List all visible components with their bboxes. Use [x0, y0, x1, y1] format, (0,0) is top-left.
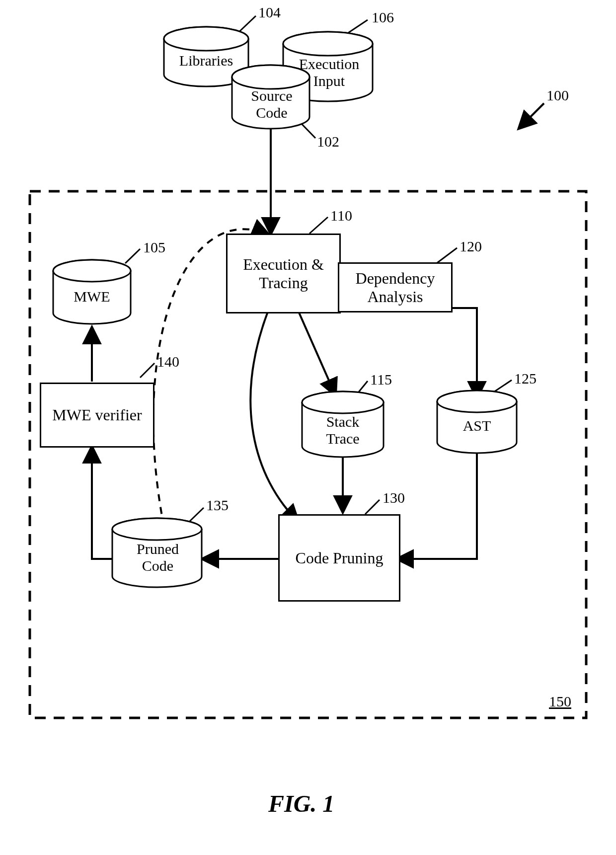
- ref-ast: 125: [514, 370, 537, 387]
- label-dependency: Dependency Analysis: [339, 269, 451, 306]
- ref-system: 100: [546, 87, 569, 104]
- ref-libraries: 104: [258, 4, 281, 21]
- label-libraries: Libraries: [176, 52, 236, 69]
- label-ast: AST: [457, 417, 497, 434]
- label-stack: Stack Trace: [318, 413, 368, 447]
- ref-mwe: 105: [143, 239, 165, 256]
- svg-line-10: [140, 363, 154, 378]
- ref-pruned: 135: [206, 497, 229, 514]
- ref-dep: 120: [460, 238, 482, 255]
- label-exec-input: Execution Input: [293, 56, 365, 89]
- label-source: Source Code: [247, 87, 297, 121]
- svg-line-4: [309, 217, 328, 233]
- svg-point-15: [283, 32, 373, 56]
- ref-container: 150: [549, 693, 571, 710]
- box-exec-tracing: Execution & Tracing: [226, 233, 341, 313]
- ref-source: 102: [317, 133, 339, 150]
- svg-line-8: [365, 500, 380, 514]
- svg-point-23: [437, 390, 517, 412]
- svg-point-19: [53, 260, 131, 282]
- svg-line-9: [189, 508, 204, 522]
- ref-prune: 130: [383, 489, 405, 506]
- svg-line-11: [125, 249, 140, 263]
- ref-verifier: 140: [157, 353, 179, 370]
- label-verifier: MWE verifier: [52, 406, 142, 424]
- ref-exec-trace: 110: [330, 207, 352, 224]
- svg-line-5: [437, 248, 457, 263]
- ref-exec-input: 106: [372, 9, 394, 26]
- svg-point-13: [164, 27, 248, 51]
- svg-point-21: [302, 391, 384, 413]
- figure-caption: FIG. 1: [268, 790, 334, 817]
- svg-point-25: [112, 518, 202, 540]
- box-code-pruning: Code Pruning: [278, 514, 400, 602]
- label-exec-tracing: Execution & Tracing: [228, 255, 339, 292]
- box-verifier: MWE verifier: [40, 383, 154, 448]
- ref-stack: 115: [370, 371, 392, 388]
- box-dependency: Dependency Analysis: [338, 262, 453, 312]
- label-code-pruning: Code Pruning: [296, 549, 384, 567]
- label-mwe: MWE: [72, 288, 112, 305]
- label-pruned: Pruned Code: [132, 541, 184, 574]
- diagram-stage: Execution & Tracing Dependency Analysis …: [0, 0, 616, 855]
